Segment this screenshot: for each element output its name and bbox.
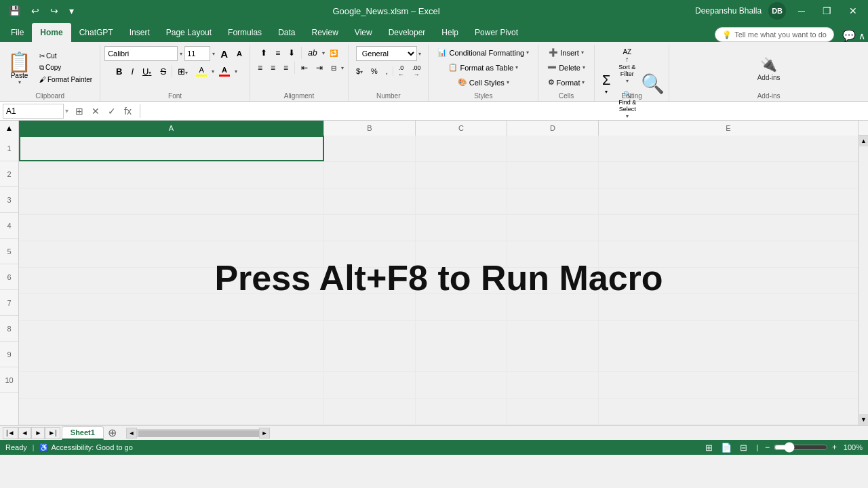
cell-c8[interactable]: [416, 321, 507, 372]
cell-b8[interactable]: [324, 321, 416, 372]
formula-input[interactable]: [143, 104, 865, 119]
font-size-input[interactable]: [184, 46, 210, 61]
font-size-dropdown-arrow[interactable]: ▾: [212, 51, 215, 57]
expand-formula-button[interactable]: ⊞: [73, 106, 86, 117]
cell-c4[interactable]: [416, 215, 507, 241]
tab-data[interactable]: Data: [270, 23, 303, 42]
cell-a7[interactable]: [19, 294, 324, 320]
row-header-8[interactable]: 8: [0, 316, 18, 342]
cell-c10[interactable]: [416, 399, 507, 424]
indent-right-button[interactable]: ⇥: [313, 61, 326, 75]
currency-button[interactable]: $▾: [353, 66, 366, 77]
tab-power-pivot[interactable]: Power Pivot: [467, 23, 526, 42]
orientation-dropdown[interactable]: ▾: [322, 50, 325, 56]
corner-cell[interactable]: ▲: [0, 121, 19, 136]
col-header-e[interactable]: E: [599, 121, 859, 136]
cell-c2[interactable]: [416, 162, 507, 188]
hscroll-track[interactable]: [137, 429, 259, 437]
cell-a8[interactable]: [19, 321, 324, 372]
function-button[interactable]: fx: [121, 106, 134, 117]
add-sheet-button[interactable]: ⊕: [104, 426, 121, 439]
fill-color-button[interactable]: A: [193, 64, 210, 78]
indent-left-button[interactable]: ⇤: [298, 61, 311, 75]
insert-cells-button[interactable]: ➕ Insert ▾: [544, 46, 589, 59]
increase-decimal-button[interactable]: .0←: [395, 63, 408, 79]
format-cells-button[interactable]: ⚙ Format ▾: [543, 76, 590, 89]
vertical-scrollbar[interactable]: ▲ ▼: [859, 136, 868, 425]
format-as-table-button[interactable]: 📋 Format as Table ▾: [443, 61, 523, 74]
cell-a10[interactable]: [19, 399, 324, 424]
cell-b2[interactable]: [324, 162, 416, 188]
cancel-formula-button[interactable]: ✕: [89, 106, 102, 117]
col-header-c[interactable]: C: [416, 121, 507, 136]
cell-b7[interactable]: [324, 294, 416, 320]
cell-a6[interactable]: [19, 268, 324, 293]
cut-button[interactable]: ✂ Cut: [36, 51, 96, 61]
hscroll-left[interactable]: ◄: [126, 428, 137, 439]
align-left-button[interactable]: ≡: [254, 61, 266, 75]
cell-d3[interactable]: [507, 188, 599, 214]
copy-button[interactable]: ⧉ Copy: [36, 62, 96, 73]
tab-insert[interactable]: Insert: [121, 23, 158, 42]
tell-me-search[interactable]: 💡 Tell me what you want to do: [715, 27, 834, 42]
row-header-7[interactable]: 7: [0, 290, 18, 316]
increase-font-button[interactable]: A: [217, 47, 231, 61]
col-header-d[interactable]: D: [507, 121, 599, 136]
hscroll-thumb[interactable]: [138, 430, 260, 437]
cell-d7[interactable]: [507, 294, 599, 320]
close-button[interactable]: ✕: [844, 4, 863, 18]
cell-e7[interactable]: [599, 294, 859, 320]
tab-page-layout[interactable]: Page Layout: [158, 23, 220, 42]
row-header-4[interactable]: 4: [0, 213, 18, 239]
cell-d10[interactable]: [507, 399, 599, 424]
align-middle-button[interactable]: ≡: [272, 46, 283, 60]
row-header-9[interactable]: 9: [0, 342, 18, 367]
cell-e3[interactable]: [599, 188, 859, 214]
cell-e6[interactable]: [599, 268, 859, 293]
undo-qat-button[interactable]: ↩: [28, 4, 43, 18]
col-header-b[interactable]: B: [324, 121, 416, 136]
cell-d1[interactable]: [507, 136, 599, 161]
sheet-nav-next[interactable]: ►: [31, 427, 45, 439]
cell-e10[interactable]: [599, 399, 859, 424]
scroll-down-arrow[interactable]: ▼: [859, 414, 869, 425]
cell-b9[interactable]: [324, 372, 416, 398]
name-box-dropdown[interactable]: ▾: [65, 107, 68, 115]
tab-chatgpt[interactable]: ChatGPT: [71, 23, 121, 42]
customize-qat-button[interactable]: ▾: [66, 4, 77, 18]
fill-color-dropdown[interactable]: ▾: [212, 68, 214, 75]
align-bottom-button[interactable]: ⬇: [285, 46, 298, 60]
number-format-select[interactable]: General Number Currency Accounting Short…: [356, 46, 417, 61]
cell-b3[interactable]: [324, 188, 416, 214]
sheet-nav-last[interactable]: ►|: [45, 427, 60, 439]
tab-file[interactable]: File: [3, 23, 32, 42]
cell-e1[interactable]: [599, 136, 859, 161]
row-header-2[interactable]: 2: [0, 161, 18, 187]
cell-a1[interactable]: [19, 136, 324, 161]
cell-e2[interactable]: [599, 162, 859, 188]
cell-d5[interactable]: [507, 241, 599, 267]
format-painter-button[interactable]: 🖌 Format Painter: [36, 75, 96, 85]
cell-c6[interactable]: [416, 268, 507, 293]
conditional-formatting-button[interactable]: 📊 Conditional Formatting ▾: [433, 46, 534, 59]
borders-button[interactable]: ⊞▾: [174, 65, 191, 78]
sort-filter-button[interactable]: AZ↑ Sort &Filter ▾: [615, 46, 639, 86]
cell-a9[interactable]: [19, 372, 324, 398]
row-header-6[interactable]: 6: [0, 264, 18, 290]
bold-button[interactable]: B: [113, 65, 125, 78]
cell-a4[interactable]: [19, 215, 324, 241]
cell-d8[interactable]: [507, 321, 599, 372]
zoom-slider[interactable]: [774, 442, 828, 453]
decrease-font-button[interactable]: A: [233, 48, 245, 59]
sheet-nav-prev[interactable]: ◄: [18, 427, 32, 439]
cell-b5[interactable]: [324, 241, 416, 267]
align-top-button[interactable]: ⬆: [257, 46, 271, 60]
scroll-up-arrow[interactable]: ▲: [859, 136, 869, 146]
font-color-button[interactable]: A: [216, 64, 233, 78]
tab-help[interactable]: Help: [433, 23, 467, 42]
align-right-button[interactable]: ≡: [280, 61, 292, 75]
row-header-10[interactable]: 10: [0, 367, 18, 393]
cell-e4[interactable]: [599, 215, 859, 241]
cell-c3[interactable]: [416, 188, 507, 214]
font-color-dropdown[interactable]: ▾: [235, 68, 237, 75]
